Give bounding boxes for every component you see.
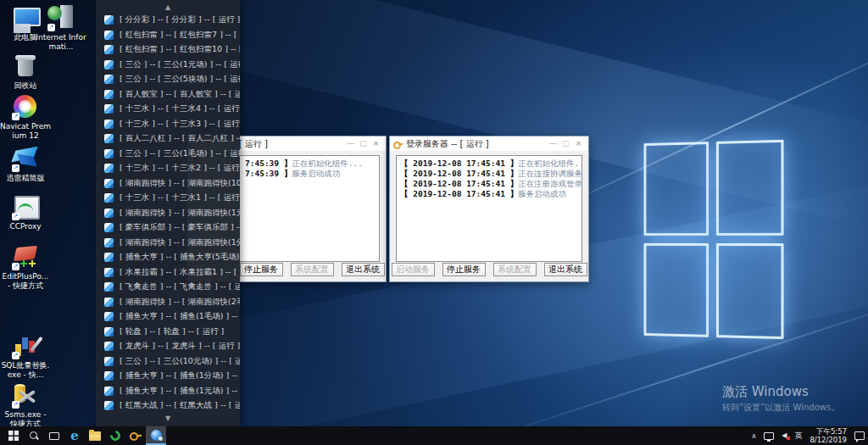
jumplist-item[interactable]: [ 百人骰宝 ] -- [ 百人骰宝 ] -- [ 运行 ]	[96, 87, 240, 103]
internet-explorer-icon: e	[70, 430, 79, 442]
jumplist-item[interactable]: [ 湖南跑得快 ] -- [ 湖南跑得快(2毛场) ] -- [ 运行 ]	[96, 295, 240, 310]
shortcut-arrow-icon	[12, 113, 19, 120]
jumplist-item[interactable]: [ 红包扫雷 ] -- [ 红包扫雷10 ] -- [ 运行 ]	[96, 42, 240, 58]
jumplist-item[interactable]: [ 红黑大战 ] -- [ 红黑大战 ] -- [ 运行 ]	[96, 398, 240, 414]
game-app-icon	[104, 223, 114, 232]
login-server-window[interactable]: 登录服务器 -- [ 运行 ] — □ × 【 2019-12-08 17:45…	[389, 136, 589, 282]
jumplist-item[interactable]: [ 捕鱼大亨 ] -- [ 捕鱼(1毛场) ] -- [ 运行 ]	[96, 309, 240, 325]
jumplist-item[interactable]: [ 十三水 ] -- [ 十三水2 ] -- [ 运行 ]	[96, 161, 240, 176]
jumplist-item[interactable]: [ 十三水 ] -- [ 十三水3 ] -- [ 运行 ]	[96, 117, 240, 132]
desktop-icon-thunder[interactable]: 迅雷精简版	[0, 145, 51, 183]
game-app-icon	[104, 327, 114, 337]
taskbar-jumplist: ▲ [ 分分彩 ] -- [ 分分彩 ] -- [ 运行 ] [ 红包扫雷 ] …	[96, 0, 240, 426]
tools-cross	[19, 390, 36, 403]
jumplist-item[interactable]: [ 轮盘 ] -- [ 轮盘 ] -- [ 运行 ]	[96, 325, 240, 340]
jumplist-item[interactable]: [ 湖南跑得快 ] -- [ 湖南跑得快(1分场) ] -- [ 运行 ]	[96, 236, 240, 251]
stop-service-button[interactable]: 停止服务	[442, 263, 486, 276]
search-icon	[29, 431, 39, 441]
jumplist-item[interactable]: [ 捕鱼大亨 ] -- [ 捕鱼大亨(5毛场) ] -- [ 运行 ]	[96, 250, 240, 265]
jumplist-item[interactable]: [ 三公 ] -- [ 三公(5块场) ] -- [ 运行 ]	[96, 72, 240, 87]
game-app-icon	[104, 60, 114, 70]
action-center-icon[interactable]	[854, 431, 865, 440]
jumplist-item[interactable]: [ 百人二八杠 ] -- [ 百人二八杠 ] -- [ 运行 ]	[96, 131, 240, 147]
taskbar-item-ie[interactable]: e	[64, 426, 85, 445]
minimize-button[interactable]: —	[344, 136, 357, 151]
shortcut-arrow-icon	[12, 213, 19, 220]
jumplist-item[interactable]: [ 分分彩 ] -- [ 分分彩 ] -- [ 运行 ]	[96, 13, 240, 28]
jumplist-item[interactable]: [ 湖南跑得快 ] -- [ 湖南跑得快(10元场) ] -- [ 运行 ]	[96, 176, 240, 192]
activate-windows-watermark: 激活 Windows 转到“设置”以激活 Windows。	[722, 384, 839, 414]
thunder-icon	[11, 145, 40, 172]
desktop-icon-ssms[interactable]: Ssms.exe - 快捷方式	[0, 381, 51, 429]
jumplist-item[interactable]: [ 红包扫雷 ] -- [ 红包扫雷7 ] -- [ 运行 ]	[96, 28, 240, 43]
game-app-icon	[104, 45, 114, 54]
log-line: 【 2019-12-08 17:45:41 】正在连接协调服务器 [ 127.0…	[400, 169, 578, 179]
titlebar[interactable]: 登录服务器 -- [ 运行 ] — □ ×	[390, 136, 588, 151]
volume-muted-icon[interactable]: ◀	[782, 431, 787, 440]
jumplist-item[interactable]: [ 豪车俱乐部 ] -- [ 豪车俱乐部 ] -- [ 运行 ]	[96, 220, 240, 236]
desktop-icon-sql-replace[interactable]: SQL批量替换.exe - 快...	[0, 332, 51, 380]
clock-date: 8/12/2019	[810, 436, 847, 444]
desktop-icon-iis[interactable]: Internet Informati...	[36, 4, 86, 52]
maximize-button: □	[559, 136, 572, 151]
search-button[interactable]	[24, 426, 44, 445]
network-icon[interactable]	[764, 432, 774, 440]
system-config-button: 系统配置	[493, 263, 537, 276]
jumplist-item[interactable]: [ 捕鱼大亨 ] -- [ 捕鱼(1元场) ] -- [ 运行 ]	[96, 384, 240, 399]
editplus-icon	[11, 243, 40, 270]
system-tray: ∧ ◀ 英 下午5:57 8/12/2019	[751, 427, 868, 444]
taskbar-clock[interactable]: 下午5:57 8/12/2019	[810, 427, 847, 444]
desktop-icon-editplus[interactable]: EditPlusPo... - 快捷方式	[0, 243, 51, 291]
language-indicator[interactable]: 英	[794, 431, 802, 442]
green-swirl-icon	[108, 429, 123, 443]
taskbar-item-login-server[interactable]	[125, 426, 146, 445]
game-app-icon	[104, 238, 114, 248]
minimize-button[interactable]: —	[547, 136, 559, 151]
log-line: 【 2019-12-08 17:45:41 】服务启动成功	[400, 189, 578, 199]
jumplist-item[interactable]: [ 三公 ] -- [ 三公(1毛场) ] -- [ 运行 ]	[96, 147, 240, 162]
jumplist-item[interactable]: [ 十三水 ] -- [ 十三水1 ] -- [ 运行 ]	[96, 191, 240, 206]
close-button[interactable]: ×	[370, 136, 382, 151]
jumplist-item[interactable]: [ 水果拉霸 ] -- [ 水果拉霸1 ] -- [ 运行 ]	[96, 265, 240, 281]
game-app-icon	[104, 342, 114, 351]
game-app-icon	[104, 75, 114, 84]
shortcut-arrow-icon	[12, 164, 19, 172]
game-app-icon	[104, 120, 114, 129]
game-app-icon	[104, 31, 114, 40]
jumplist-item[interactable]: [ 捕鱼大亨 ] -- [ 捕鱼(1分场) ] -- [ 运行 ]	[96, 369, 240, 384]
exit-system-button[interactable]: 退出系统	[544, 263, 587, 276]
task-view-button[interactable]	[44, 426, 64, 445]
jumplist-item[interactable]: [ 飞禽走兽 ] -- [ 飞禽走兽 ] -- [ 运行 ]	[96, 280, 240, 295]
game-app-icon	[104, 387, 114, 396]
desktop-icon-ccproxy[interactable]: CCProxy	[0, 193, 51, 231]
close-button[interactable]: ×	[572, 136, 585, 151]
game-app-icon	[104, 149, 114, 159]
game-app-icon	[104, 179, 114, 188]
jumplist-item[interactable]: [ 十三水 ] -- [ 十三水4 ] -- [ 运行 ]	[96, 102, 240, 117]
taskbar-item-game-server-active[interactable]	[146, 426, 166, 445]
jumplist-item[interactable]: [ 三公 ] -- [ 三公(1元场) ] -- [ 运行 ]	[96, 58, 240, 73]
game-app-icon	[104, 268, 114, 277]
ccproxy-icon	[11, 193, 40, 220]
tray-expand-chevron[interactable]: ∧	[751, 432, 756, 440]
desktop-icon-recycle-bin[interactable]: 回收站	[0, 53, 51, 91]
sql-batch-replace-icon	[11, 332, 40, 359]
jumplist-item[interactable]: [ 三公 ] -- [ 三公(10元场) ] -- [ 运行 ]	[96, 354, 240, 370]
game-app-icon	[104, 401, 114, 410]
start-button[interactable]	[3, 426, 24, 445]
game-app-icon	[104, 209, 114, 218]
taskbar-item-green-app[interactable]	[105, 426, 125, 445]
log-area[interactable]: 【 2019-12-08 17:45:41 】正在初始化组件... 【 2019…	[396, 155, 582, 262]
scroll-down-icon[interactable]: ▼	[96, 414, 240, 424]
scroll-up-icon[interactable]: ▲	[96, 3, 240, 13]
shortcut-arrow-icon	[12, 401, 19, 409]
jumplist-item[interactable]: [ 湖南跑得快 ] -- [ 湖南跑得快(1元场) ] -- [ 运行 ]	[96, 206, 240, 221]
ssms-icon	[11, 381, 40, 409]
stop-service-button[interactable]: 停止服务	[240, 263, 283, 276]
exit-system-button[interactable]: 退出系统	[342, 263, 385, 276]
desktop-icon-navicat[interactable]: Navicat Premium 12	[0, 93, 51, 141]
taskbar-item-file-explorer[interactable]	[85, 426, 105, 445]
game-server-app-icon	[151, 430, 162, 441]
game-app-icon	[104, 253, 114, 262]
jumplist-item[interactable]: [ 龙虎斗 ] -- [ 龙虎斗 ] -- [ 运行 ]	[96, 339, 240, 354]
